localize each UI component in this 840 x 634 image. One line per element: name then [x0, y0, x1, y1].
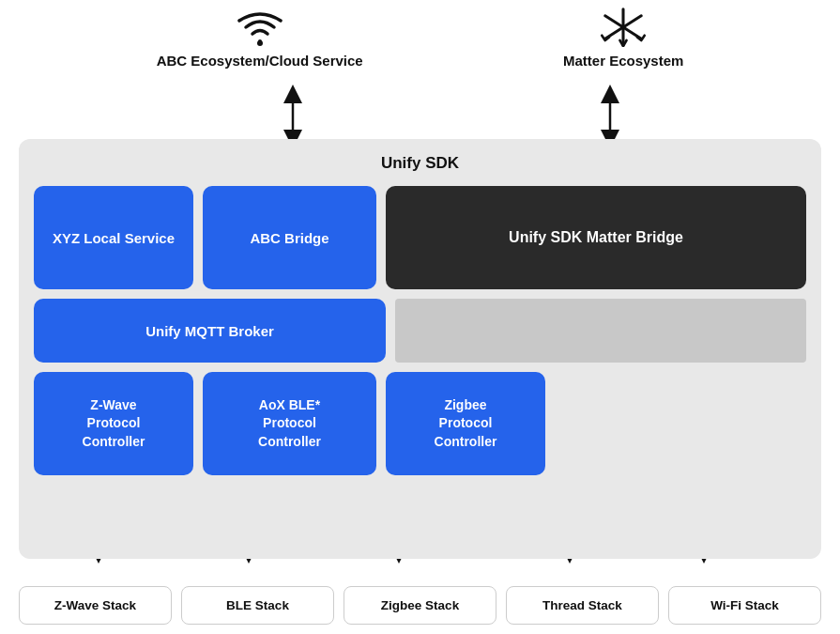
top-section: ABC Ecosystem/Cloud Service Matter E: [0, 8, 840, 69]
svg-line-4: [605, 16, 623, 27]
right-gray-area: [395, 299, 806, 363]
thread-stack-box: Thread Stack: [506, 586, 659, 625]
sdk-title: Unify SDK: [34, 154, 806, 173]
matter-ecosystem-label: Matter Ecosystem: [563, 53, 683, 69]
svg-point-0: [257, 40, 263, 46]
zigbee-controller-box: Zigbee Protocol Controller: [386, 372, 545, 475]
matter-icon: [600, 8, 647, 47]
abc-ecosystem-item: ABC Ecosystem/Cloud Service: [157, 11, 363, 69]
svg-line-5: [623, 16, 641, 27]
row2: Unify MQTT Broker: [34, 299, 806, 363]
sdk-box: Unify SDK XYZ Local Service ABC Bridge U…: [19, 139, 821, 559]
matter-ecosystem-item: Matter Ecosystem: [563, 8, 683, 69]
row3: Z-Wave Protocol Controller AoX BLE* Prot…: [34, 372, 806, 475]
ble-controller-box: AoX BLE* Protocol Controller: [203, 372, 376, 475]
zwave-stack-box: Z-Wave Stack: [19, 586, 172, 625]
right-spacer: [555, 372, 806, 475]
stacks-row: Z-Wave Stack BLE Stack Zigbee Stack Thre…: [19, 586, 821, 625]
mqtt-broker-box: Unify MQTT Broker: [34, 299, 386, 363]
zwave-controller-box: Z-Wave Protocol Controller: [34, 372, 193, 475]
row1: XYZ Local Service ABC Bridge Unify SDK M…: [34, 186, 806, 289]
wifi-stack-box: Wi-Fi Stack: [668, 586, 821, 625]
sdk-content: XYZ Local Service ABC Bridge Unify SDK M…: [34, 186, 806, 475]
matter-bridge-box: Unify SDK Matter Bridge: [386, 186, 806, 289]
zigbee-stack-box: Zigbee Stack: [344, 586, 496, 625]
diagram-wrapper: ABC Ecosystem/Cloud Service Matter E: [0, 0, 840, 634]
ble-stack-box: BLE Stack: [181, 586, 334, 625]
abc-bridge-box: ABC Bridge: [203, 186, 376, 289]
abc-ecosystem-label: ABC Ecosystem/Cloud Service: [157, 53, 363, 69]
xyz-local-service-box: XYZ Local Service: [34, 186, 193, 289]
wifi-icon: [237, 11, 283, 47]
